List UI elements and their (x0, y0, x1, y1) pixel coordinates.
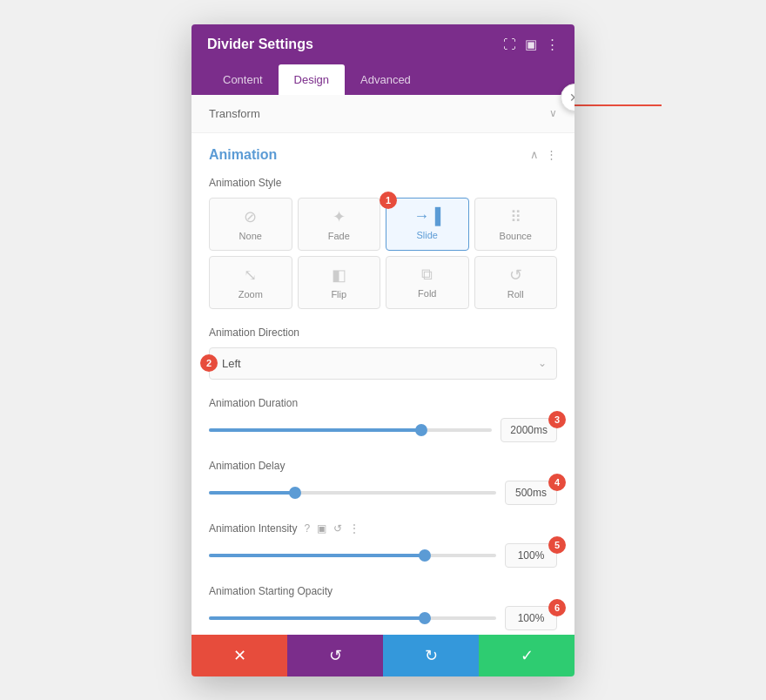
fold-icon: ⧉ (421, 266, 433, 284)
modal-tabs: Content Design Advanced (192, 64, 574, 95)
animation-direction-select[interactable]: Left Right Top Bottom (209, 347, 557, 380)
animation-duration-controls: 2000ms 3 (209, 418, 557, 442)
animation-section: Animation ∧ ⋮ Animation Style ⊘ None (192, 133, 574, 635)
animation-direction-wrapper: 2 Left Right Top Bottom ⌄ (209, 347, 557, 380)
divider-settings-modal: Divider Settings ⛶ ▣ ⋮ Content Design Ad… (192, 24, 574, 676)
animation-duration-field: Animation Duration 2000ms 3 (209, 397, 557, 442)
cancel-button[interactable]: ✕ (192, 635, 287, 676)
flip-icon: ◧ (332, 266, 346, 285)
animation-direction-label: Animation Direction (209, 326, 557, 339)
animation-title: Animation (209, 147, 277, 163)
animation-more-icon[interactable]: ⋮ (546, 148, 557, 161)
animation-opacity-thumb[interactable] (419, 612, 431, 624)
badge-3: 3 (548, 411, 566, 428)
page-background: Divider Settings ⛶ ▣ ⋮ Content Design Ad… (0, 0, 766, 700)
anim-btn-fold[interactable]: ⧉ Fold (386, 256, 469, 309)
badge-4: 4 (548, 474, 566, 491)
modal-body: Transform ∨ Animation ∧ ⋮ Animation Styl… (192, 95, 574, 635)
animation-delay-label: Animation Delay (209, 460, 557, 472)
zoom-icon: ⤡ (244, 266, 257, 285)
animation-intensity-label: Animation Intensity (209, 522, 297, 535)
redo-button[interactable]: ↻ (383, 635, 479, 676)
modal-footer: ✕ ↺ ↻ ✓ (192, 635, 574, 676)
intensity-reset-icon[interactable]: ↺ (333, 522, 342, 535)
animation-duration-thumb[interactable] (415, 424, 427, 436)
roll-label: Roll (507, 289, 524, 300)
animation-duration-fill (209, 428, 421, 432)
anim-btn-none[interactable]: ⊘ None (209, 198, 292, 251)
anim-btn-zoom[interactable]: ⤡ Zoom (209, 256, 292, 309)
animation-opacity-controls: 100% 6 (209, 606, 557, 630)
anim-btn-fade[interactable]: ✦ Fade (298, 198, 381, 251)
modal-header: Divider Settings ⛶ ▣ ⋮ (192, 24, 574, 64)
intensity-device-icon[interactable]: ▣ (317, 522, 326, 535)
anim-btn-bounce[interactable]: ⠿ Bounce (474, 198, 558, 251)
animation-collapse-icon[interactable]: ∧ (530, 148, 539, 161)
animation-opacity-fill (209, 616, 425, 620)
bounce-label: Bounce (500, 231, 532, 241)
flip-label: Flip (331, 289, 346, 300)
modal-header-actions: ⛶ ▣ ⋮ (503, 37, 559, 52)
animation-duration-track[interactable] (209, 428, 492, 432)
transform-section[interactable]: Transform ∨ (192, 95, 574, 133)
tab-content[interactable]: Content (207, 64, 279, 95)
anim-btn-roll[interactable]: ↺ Roll (474, 256, 558, 309)
animation-delay-fill (209, 491, 295, 495)
animation-intensity-track[interactable] (209, 554, 496, 557)
animation-direction-field: Animation Direction 2 Left Right Top Bot… (209, 326, 557, 380)
fade-label: Fade (328, 231, 350, 241)
more-options-icon[interactable]: ⋮ (546, 37, 559, 52)
roll-icon: ↺ (509, 266, 522, 285)
animation-header-icons: ∧ ⋮ (530, 148, 557, 161)
tab-advanced[interactable]: Advanced (345, 64, 427, 95)
none-label: None (239, 231, 262, 241)
animation-intensity-label-row: Animation Intensity ? ▣ ↺ ⋮ (209, 522, 557, 535)
tab-design[interactable]: Design (279, 64, 345, 95)
zoom-label: Zoom (239, 289, 263, 300)
fullscreen-icon[interactable]: ⛶ (503, 37, 516, 51)
animation-opacity-field: Animation Starting Opacity 100% 6 (209, 585, 557, 630)
animation-opacity-label: Animation Starting Opacity (209, 585, 557, 597)
anim-btn-flip[interactable]: ◧ Flip (298, 256, 381, 309)
animation-intensity-controls: 100% 5 (209, 543, 557, 568)
animation-delay-field: Animation Delay 500ms 4 (209, 460, 557, 505)
modal-title: Divider Settings (207, 37, 313, 52)
fold-label: Fold (418, 288, 436, 299)
slide-label: Slide (417, 230, 438, 240)
transform-chevron-icon: ∨ (549, 107, 557, 119)
fade-icon: ✦ (333, 207, 346, 226)
animation-section-header: Animation ∧ ⋮ (209, 147, 557, 163)
badge-6: 6 (548, 599, 566, 616)
animation-delay-track[interactable] (209, 491, 496, 495)
badge-5: 5 (548, 536, 566, 554)
badge-2: 2 (200, 354, 218, 372)
confirm-button[interactable]: ✓ (479, 635, 574, 676)
undo-button[interactable]: ↺ (287, 635, 383, 676)
animation-style-field: Animation Style ⊘ None ✦ Fade (209, 177, 557, 309)
animation-duration-label: Animation Duration (209, 397, 557, 409)
animation-intensity-fill (209, 554, 425, 557)
none-icon: ⊘ (244, 207, 257, 226)
badge-1: 1 (380, 192, 397, 209)
anim-btn-slide[interactable]: 1 →▐ Slide (386, 198, 469, 251)
animation-opacity-track[interactable] (209, 616, 496, 620)
animation-delay-controls: 500ms 4 (209, 481, 557, 505)
animation-intensity-field: Animation Intensity ? ▣ ↺ ⋮ 100% 5 (209, 522, 557, 568)
animation-delay-thumb[interactable] (289, 487, 301, 499)
intensity-more-icon[interactable]: ⋮ (349, 522, 359, 535)
bounce-icon: ⠿ (510, 207, 521, 226)
animation-intensity-thumb[interactable] (419, 549, 431, 562)
animation-style-label: Animation Style (209, 177, 557, 189)
transform-label: Transform (209, 107, 260, 120)
animation-style-grid: ⊘ None ✦ Fade 1 →▐ Slide (209, 198, 557, 309)
slide-icon: →▐ (413, 207, 440, 225)
columns-icon[interactable]: ▣ (525, 37, 537, 52)
intensity-help-icon[interactable]: ? (304, 522, 310, 535)
